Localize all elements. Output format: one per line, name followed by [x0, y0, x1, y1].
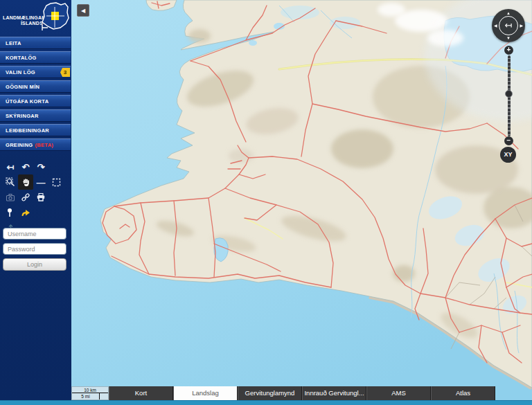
scale-km-label: 10 km: [72, 387, 108, 393]
share-location-button[interactable]: [18, 205, 33, 220]
tab-innraud-gervitunglamynd[interactable]: Innrauð Gervitungl...: [302, 386, 366, 400]
tab-atlas[interactable]: Atlas: [431, 386, 495, 400]
scale-mi-label: 5 mi: [72, 393, 100, 399]
beta-tag: (BETA): [35, 142, 54, 148]
pan-control[interactable]: ▲ ▼ ◀ ▶ ↤: [492, 9, 525, 42]
sidebar-item-label: ÚTGÁFA KORTA: [6, 98, 48, 105]
share-arrow-icon: [21, 208, 30, 217]
scale-bar: 10 km 5 mi: [71, 386, 109, 400]
undo-button[interactable]: ↶: [18, 159, 33, 174]
sidebar-collapse-button[interactable]: ◀: [77, 4, 89, 17]
logo-text: LANDMÆLINGAR ÍSLANDS: [3, 15, 43, 26]
map-pin-icon: [6, 208, 15, 217]
printer-icon: [36, 192, 46, 202]
login-form: Login: [3, 228, 66, 271]
login-button[interactable]: Login: [3, 258, 66, 271]
sidebar-item-label: SKÝRINGAR: [6, 113, 39, 119]
sidebar-item-skyringar[interactable]: SKÝRINGAR: [0, 109, 71, 122]
add-marker-button[interactable]: [3, 205, 18, 220]
tab-kort[interactable]: Kort: [109, 386, 173, 400]
zoom-slider-control: + −: [500, 46, 517, 148]
screenshot-button[interactable]: [3, 190, 18, 205]
print-button[interactable]: [33, 190, 48, 205]
sidebar-item-kortalog[interactable]: KORTALÖG: [0, 51, 71, 64]
map-canvas[interactable]: [71, 0, 532, 405]
sidebar-item-label: VALIN LÖG: [6, 69, 35, 75]
map-viewport[interactable]: [71, 0, 532, 405]
pan-tool-button[interactable]: [18, 174, 33, 190]
sidebar-item-leita[interactable]: LEITA: [0, 37, 71, 49]
logo-line1: LANDMÆLINGAR: [3, 15, 43, 21]
selected-layers-count-badge: 3: [60, 68, 70, 77]
measure-tool-button[interactable]: —: [33, 174, 48, 190]
marquee-icon: [52, 178, 61, 187]
sidebar-item-label: LEIÐBEININGAR: [6, 127, 49, 134]
sidebar-item-gognin-min[interactable]: GÖGNIN MÍN: [0, 80, 71, 93]
share-link-button[interactable]: [18, 190, 33, 205]
zoom-in-button[interactable]: +: [504, 46, 513, 55]
logo-line2: ÍSLANDS: [3, 21, 43, 26]
footer-strip: [0, 400, 532, 405]
sidebar-item-label: KORTALÖG: [6, 55, 37, 61]
hand-icon: [21, 178, 30, 187]
default-extent-button[interactable]: ↤: [499, 16, 518, 35]
sidebar-item-utgafa-korta[interactable]: ÚTGÁFA KORTA: [0, 95, 71, 107]
tab-gervitunglamynd[interactable]: Gervitunglamynd: [238, 386, 302, 400]
tab-ams[interactable]: AMS: [366, 386, 431, 400]
xy-coordinates-button[interactable]: XY: [500, 147, 516, 163]
pan-up-icon[interactable]: ▲: [506, 11, 511, 15]
username-field[interactable]: [3, 228, 66, 240]
select-area-tool-button[interactable]: [48, 174, 64, 190]
app-window: ◀ ▲ ▼ ◀ ▶ ↤ + − XY LANDMÆLINGAR ÍSLANDS: [0, 0, 532, 405]
zoom-box-icon: [6, 177, 15, 187]
sidebar-item-label: LEITA: [6, 40, 21, 46]
pan-down-icon[interactable]: ▼: [506, 36, 511, 40]
pan-left-icon[interactable]: ◀: [494, 24, 497, 28]
pan-right-icon[interactable]: ▶: [520, 24, 523, 28]
redo-button[interactable]: ↷: [33, 159, 48, 174]
logo: LANDMÆLINGAR ÍSLANDS: [0, 0, 71, 35]
sidebar-item-greining[interactable]: GREINING(BETA): [0, 138, 71, 151]
previous-extent-button[interactable]: ↤: [3, 159, 18, 174]
password-field[interactable]: [3, 243, 66, 255]
camera-icon: [6, 193, 15, 202]
basemap-tabs: Kort Landslag Gervitunglamynd Innrauð Ge…: [109, 386, 495, 400]
map-toolbar: ↤ ↶ ↷: [3, 159, 69, 235]
sidebar-menu: LEITA KORTALÖG VALIN LÖG 3 GÖGNIN MÍN ÚT…: [0, 37, 71, 153]
sidebar-item-leidbeiningar[interactable]: LEIÐBEININGAR: [0, 124, 71, 136]
iceland-outline-icon: [39, 1, 70, 33]
tab-landslag[interactable]: Landslag: [173, 386, 238, 400]
zoom-slider-handle[interactable]: [505, 90, 513, 98]
sidebar-item-valin-log[interactable]: VALIN LÖG 3: [0, 66, 71, 78]
link-icon: [21, 192, 30, 202]
zoom-box-tool-button[interactable]: [3, 174, 18, 190]
sidebar-item-label: GÖGNIN MÍN: [6, 84, 39, 90]
sidebar: LANDMÆLINGAR ÍSLANDS LEITA KORTALÖG VALI…: [0, 0, 71, 400]
zoom-out-button[interactable]: −: [504, 136, 513, 145]
sidebar-item-label: GREINING: [6, 142, 33, 148]
